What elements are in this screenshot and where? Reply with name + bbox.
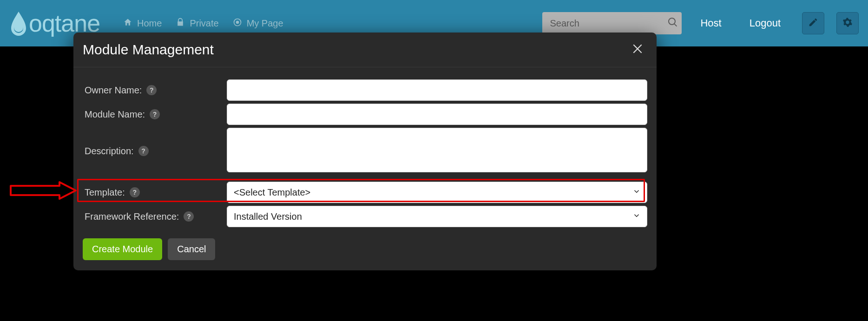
logout-link[interactable]: Logout: [750, 17, 781, 29]
module-label: Module Name:: [85, 109, 145, 120]
nav-private-label: Private: [190, 18, 218, 29]
module-row: Module Name: ?: [83, 104, 647, 125]
help-icon[interactable]: ?: [138, 146, 149, 156]
nav-private[interactable]: Private: [176, 18, 218, 29]
module-management-modal: Module Management Owner Name: ? Module N…: [73, 33, 657, 270]
drop-icon: [9, 11, 28, 36]
framework-row: Framework Reference: ? Installed Version: [83, 206, 647, 227]
close-button[interactable]: [631, 43, 644, 57]
home-icon: [123, 18, 132, 29]
annotation-arrow: [8, 180, 78, 203]
lock-icon: [176, 18, 185, 29]
edit-button[interactable]: [802, 12, 824, 34]
search-input[interactable]: [550, 18, 667, 29]
owner-row: Owner Name: ?: [83, 79, 647, 101]
template-row: Template: ? <Select Template>: [83, 182, 647, 203]
nav-mypage[interactable]: My Page: [233, 18, 283, 29]
modal-body: Owner Name: ? Module Name: ? Description…: [73, 67, 657, 234]
cancel-button[interactable]: Cancel: [168, 238, 215, 260]
nav-home[interactable]: Home: [123, 18, 162, 29]
description-label: Description:: [85, 146, 134, 157]
gear-icon: [842, 17, 853, 29]
template-select[interactable]: <Select Template>: [227, 182, 647, 203]
template-label: Template:: [85, 187, 125, 198]
help-icon[interactable]: ?: [150, 109, 160, 119]
owner-label: Owner Name:: [85, 85, 142, 96]
module-input[interactable]: [227, 104, 647, 125]
close-icon: [631, 48, 644, 56]
framework-label: Framework Reference:: [85, 211, 179, 222]
svg-point-1: [236, 20, 239, 24]
owner-input[interactable]: [227, 79, 647, 101]
modal-header: Module Management: [73, 33, 657, 67]
create-module-button[interactable]: Create Module: [83, 238, 162, 260]
host-link[interactable]: Host: [700, 17, 721, 29]
settings-button[interactable]: [836, 12, 859, 34]
framework-select[interactable]: Installed Version: [227, 206, 647, 227]
help-icon[interactable]: ?: [146, 85, 157, 95]
nav-mypage-label: My Page: [247, 18, 283, 29]
description-input[interactable]: [227, 128, 647, 172]
search-box[interactable]: [542, 12, 682, 34]
nav-home-label: Home: [137, 18, 162, 29]
help-icon[interactable]: ?: [130, 187, 140, 197]
search-icon[interactable]: [667, 17, 678, 30]
help-icon[interactable]: ?: [184, 211, 194, 222]
main-nav: Home Private My Page: [123, 18, 283, 29]
description-row: Description: ?: [83, 128, 647, 174]
modal-title: Module Management: [83, 42, 214, 58]
pencil-icon: [808, 17, 818, 29]
modal-footer: Create Module Cancel: [73, 234, 657, 260]
target-icon: [233, 18, 242, 29]
